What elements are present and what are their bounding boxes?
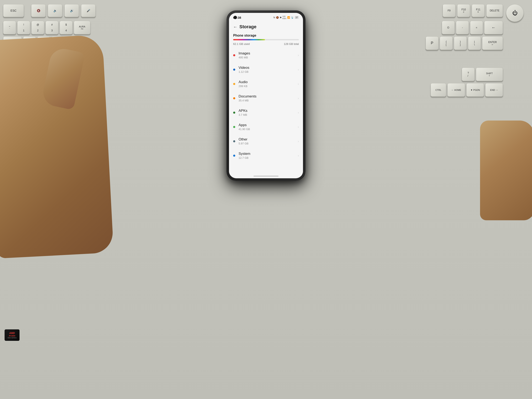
key-power[interactable]: ⏻	[506, 4, 524, 22]
apps-info: Apps 41.90 GB	[239, 123, 298, 131]
key-esc[interactable]: ESC	[3, 4, 24, 17]
amd-series: RYZEN	[9, 335, 15, 337]
storage-item-apps[interactable]: Apps 41.90 GB ›	[229, 120, 303, 134]
key-4[interactable]: $4	[60, 21, 73, 34]
shift-row-right: ?/ SHIFT⇧	[462, 68, 503, 81]
key-f10[interactable]: F10Z	[457, 4, 470, 17]
key-0[interactable]: O	[442, 21, 455, 34]
audio-dot	[233, 83, 235, 85]
storage-item-other[interactable]: Other 5.97 GB ›	[229, 134, 303, 148]
amd-sticker: AMD RYZEN 5000 SERIES	[5, 329, 19, 341]
apks-chevron: ›	[298, 111, 299, 114]
silent-icon: 🔕	[276, 16, 279, 19]
storage-item-videos[interactable]: Videos 1.12 GB ›	[229, 62, 303, 77]
apks-size: 3.7 MB	[239, 113, 298, 116]
audio-name: Audio	[239, 80, 298, 84]
apks-name: APKs	[239, 109, 298, 113]
key-pipe[interactable]: |\	[468, 36, 481, 50]
key-bracket-right[interactable]: }]	[454, 36, 467, 50]
key-pgdn[interactable]: ▼ PGDN	[466, 83, 484, 97]
key-3[interactable]: #3	[45, 21, 58, 34]
number-row-right: O - = ←	[442, 21, 503, 34]
key-minus[interactable]: -	[456, 21, 469, 34]
apks-dot	[233, 112, 235, 114]
key-aura[interactable]: AURAF4	[74, 21, 90, 34]
screen-title: Storage	[239, 24, 256, 30]
key-delete[interactable]: DELETE	[486, 4, 503, 17]
storage-item-documents[interactable]: Documents 35.4 MB ›	[229, 91, 303, 105]
videos-chevron: ›	[298, 68, 299, 71]
videos-dot	[233, 69, 235, 71]
system-dot	[233, 155, 235, 157]
number-row-left: ~` !1 @2 #3 $4 AURAF4	[3, 21, 90, 34]
key-f9[interactable]: F9	[443, 4, 456, 17]
images-chevron: ›	[298, 53, 299, 57]
key-bracket-left[interactable]: {[	[440, 36, 453, 50]
storage-item-images[interactable]: Images 495 MB ›	[229, 48, 303, 62]
key-1[interactable]: !1	[17, 21, 30, 34]
back-button[interactable]: ←	[233, 25, 237, 29]
key-tilde[interactable]: ~`	[3, 21, 16, 34]
storage-item-audio[interactable]: Audio 299 KB ›	[229, 77, 303, 91]
phone-bezel: 08:38 N 🔕 ✱ 100KB/s 📶 📡 37	[227, 10, 305, 181]
thumb	[41, 46, 85, 110]
key-equals[interactable]: =	[470, 21, 483, 34]
qwerty-row-right: P {[ }] |\ ENTER↵	[426, 36, 503, 50]
key-end[interactable]: END →	[485, 83, 503, 97]
key-mute[interactable]: 🔇	[31, 4, 46, 17]
system-info: System 12.7 GB	[239, 152, 298, 159]
other-size: 5.97 GB	[239, 142, 298, 145]
videos-name: Videos	[239, 66, 298, 70]
images-size: 495 MB	[239, 56, 298, 59]
audio-chevron: ›	[298, 82, 299, 86]
storage-item-system[interactable]: System 12.7 GB ›	[229, 148, 303, 163]
key-2[interactable]: @2	[31, 21, 44, 34]
key-shift-right[interactable]: SHIFT⇧	[476, 68, 503, 81]
storage-bar	[233, 39, 299, 40]
status-icons: N 🔕 ✱ 100KB/s 📶 📡 37	[273, 15, 299, 19]
amd-sub: 5000 SERIES	[7, 337, 16, 339]
data-speed: 100KB/s	[282, 15, 286, 19]
storage-total: 128 GB total	[284, 42, 299, 45]
key-p[interactable]: P	[426, 36, 438, 50]
apps-size: 41.90 GB	[239, 128, 298, 131]
other-info: Other 5.97 GB	[239, 137, 298, 145]
key-vol-down[interactable]: 🔉	[48, 4, 62, 17]
camera-hole	[234, 16, 237, 19]
wifi-icon: 📶	[287, 16, 290, 19]
system-name: System	[239, 152, 298, 156]
key-slash[interactable]: ?/	[462, 68, 475, 81]
key-f11[interactable]: F11✈	[472, 4, 485, 17]
key-home[interactable]: ← HOME	[447, 83, 465, 97]
documents-chevron: ›	[298, 96, 299, 100]
system-size: 12.7 GB	[239, 156, 298, 159]
storage-used: 62.1 GB used	[233, 42, 250, 45]
videos-size: 1.12 GB	[239, 70, 298, 73]
audio-info: Audio 299 KB	[239, 80, 298, 88]
key-ctrl-right[interactable]: CTRL	[431, 83, 446, 97]
storage-screen: ← Storage Phone storage 62.1 GB used 128…	[229, 21, 303, 176]
storage-bar-fill	[233, 39, 265, 40]
status-bar: 08:38 N 🔕 ✱ 100KB/s 📶 📡 37	[229, 13, 303, 21]
apps-name: Apps	[239, 123, 298, 127]
battery-icon: 37	[295, 16, 299, 19]
signal-icon: 📡	[291, 16, 294, 19]
storage-item-apks[interactable]: APKs 3.7 MB ›	[229, 105, 303, 120]
bluetooth-icon: ✱	[280, 16, 282, 19]
power-icon: ⏻	[512, 10, 518, 16]
other-chevron: ›	[298, 139, 299, 143]
other-name: Other	[239, 137, 298, 141]
key-enter[interactable]: ENTER↵	[482, 36, 503, 50]
key-backspace[interactable]: ←	[484, 21, 503, 34]
storage-items-list: Images 495 MB › Videos 1.12 GB ›	[229, 48, 303, 163]
home-indicator	[253, 176, 279, 177]
phone: 08:38 N 🔕 ✱ 100KB/s 📶 📡 37	[227, 10, 305, 181]
key-vol-up[interactable]: 🔊	[64, 4, 79, 17]
hand-right	[480, 120, 532, 220]
storage-info: 62.1 GB used 128 GB total	[229, 42, 303, 48]
ctrl-row-right: CTRL ← HOME ▼ PGDN END →	[431, 83, 503, 97]
media-keys-row: 🔇 🔉 🔊 🎤	[31, 4, 95, 17]
key-mic[interactable]: 🎤	[81, 4, 95, 17]
amd-brand: AMD	[9, 332, 15, 335]
apks-info: APKs 3.7 MB	[239, 109, 298, 116]
